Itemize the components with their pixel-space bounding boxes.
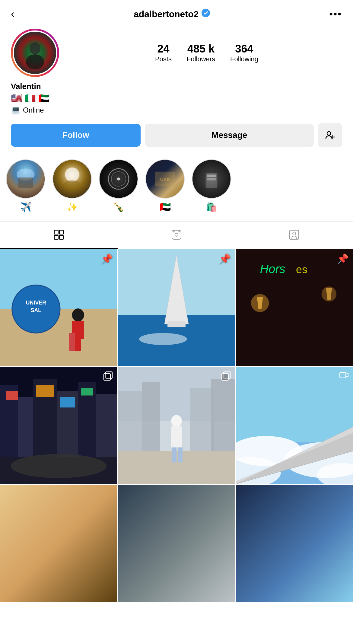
highlight-item-3[interactable]: 🍾 <box>99 159 138 212</box>
svg-point-79 <box>171 415 182 427</box>
back-button[interactable]: ‹ <box>11 9 14 20</box>
svg-rect-43 <box>75 333 81 351</box>
avatar <box>13 30 57 75</box>
action-buttons: Follow Message <box>11 123 342 147</box>
svg-point-34 <box>293 232 296 235</box>
svg-rect-84 <box>222 374 228 380</box>
highlight-item-1[interactable]: ✈️ <box>6 159 45 212</box>
following-label: Following <box>230 55 258 63</box>
svg-point-32 <box>179 231 180 232</box>
svg-rect-22 <box>207 174 216 177</box>
svg-rect-86 <box>236 367 353 442</box>
svg-point-0 <box>202 9 210 17</box>
video-icon-6 <box>339 371 349 383</box>
header-title: adalbertoneto2 <box>134 9 210 19</box>
svg-point-49 <box>139 333 187 345</box>
grid-item-1[interactable]: UNIVER SAL 📌 <box>0 249 117 366</box>
pin-icon-2: 📌 <box>219 253 231 265</box>
posts-stat[interactable]: 24 Posts <box>155 43 172 63</box>
bio-status: 💻 Online <box>11 105 342 115</box>
svg-rect-91 <box>340 372 346 378</box>
grid-item-8[interactable] <box>118 485 235 602</box>
message-button[interactable]: Message <box>145 124 314 147</box>
photo-grid: UNIVER SAL 📌 📌 <box>0 249 353 602</box>
followers-label: Followers <box>187 55 215 63</box>
avatar-wrapper <box>11 29 59 77</box>
svg-rect-81 <box>172 448 176 463</box>
svg-rect-74 <box>118 391 142 451</box>
verified-badge <box>202 9 210 19</box>
svg-rect-75 <box>142 382 160 451</box>
svg-rect-64 <box>6 391 18 400</box>
status-text: Online <box>23 106 44 114</box>
svg-text:UNIVER: UNIVER <box>26 300 46 306</box>
bio-flags: 🇺🇸 🇮🇹 🇦🇪 <box>11 93 342 104</box>
following-count: 364 <box>230 43 258 55</box>
svg-rect-25 <box>59 230 63 234</box>
highlight-circle-3 <box>99 159 138 199</box>
highlight-item-4[interactable]: UAE 🇦🇪 <box>145 159 185 212</box>
followers-stat[interactable]: 485 k Followers <box>187 43 215 63</box>
profile-section: 24 Posts 485 k Followers 364 Following V… <box>0 26 353 153</box>
grid-item-6[interactable] <box>236 367 353 484</box>
highlight-emoji-2: ✨ <box>67 202 78 212</box>
grid-item-9[interactable] <box>236 485 353 602</box>
svg-rect-9 <box>18 177 33 188</box>
svg-rect-23 <box>207 178 216 180</box>
display-name: Valentin <box>11 82 342 91</box>
tab-grid[interactable] <box>0 222 118 249</box>
svg-point-12 <box>63 180 81 189</box>
grid-item-4[interactable] <box>0 367 117 484</box>
username-text: adalbertoneto2 <box>134 9 199 19</box>
tab-tagged[interactable] <box>235 222 353 249</box>
svg-rect-26 <box>54 235 58 239</box>
svg-rect-96 <box>236 485 353 602</box>
svg-rect-65 <box>36 385 54 397</box>
more-options-button[interactable]: ••• <box>329 8 342 20</box>
svg-rect-66 <box>60 397 75 407</box>
grid-icon <box>53 229 64 240</box>
highlights-section: ✈️ ✨ <box>0 153 353 218</box>
highlight-circle-1 <box>6 159 45 199</box>
posts-label: Posts <box>155 55 172 63</box>
highlight-item-5[interactable]: 🛍️ <box>192 159 231 212</box>
svg-rect-76 <box>190 388 214 451</box>
svg-rect-67 <box>81 388 93 396</box>
svg-point-29 <box>175 233 178 236</box>
highlight-emoji-5: 🛍️ <box>206 202 217 212</box>
follow-button[interactable]: Follow <box>11 124 141 147</box>
laptop-icon: 💻 <box>11 105 21 115</box>
grid-item-2[interactable]: 📌 <box>118 249 235 366</box>
svg-point-16 <box>117 177 120 180</box>
svg-rect-77 <box>211 379 235 451</box>
highlight-circle-4: UAE <box>145 159 185 199</box>
highlight-circle-2 <box>52 159 92 199</box>
grid-item-3[interactable]: Hors es 📌 <box>236 249 353 366</box>
highlight-circle-5 <box>192 159 231 199</box>
svg-rect-95 <box>118 485 235 602</box>
grid-item-5[interactable] <box>118 367 235 484</box>
svg-point-11 <box>65 167 79 182</box>
stats-row: 24 Posts 485 k Followers 364 Following <box>71 43 342 63</box>
highlight-item-2[interactable]: ✨ <box>52 159 92 212</box>
pin-icon-3: 📌 <box>337 253 349 265</box>
followers-count: 485 k <box>187 43 215 55</box>
multi-icon-4 <box>103 371 113 381</box>
svg-point-3 <box>26 54 44 69</box>
svg-point-40 <box>72 308 84 322</box>
svg-point-31 <box>173 231 174 232</box>
multi-icon-5 <box>221 371 231 381</box>
bio-section: Valentin 🇺🇸 🇮🇹 🇦🇪 💻 Online <box>11 82 342 115</box>
svg-marker-92 <box>346 373 348 377</box>
add-friend-button[interactable] <box>318 123 342 147</box>
highlight-emoji-4: 🇦🇪 <box>160 202 171 212</box>
following-stat[interactable]: 364 Following <box>230 43 258 63</box>
svg-rect-80 <box>171 426 182 448</box>
svg-text:es: es <box>296 263 307 276</box>
svg-text:SAL: SAL <box>30 307 41 313</box>
svg-rect-71 <box>104 374 110 380</box>
header: ‹ adalbertoneto2 ••• <box>0 0 353 26</box>
grid-item-7[interactable] <box>0 485 117 602</box>
tab-reels[interactable] <box>118 222 235 249</box>
tab-bar <box>0 221 353 249</box>
